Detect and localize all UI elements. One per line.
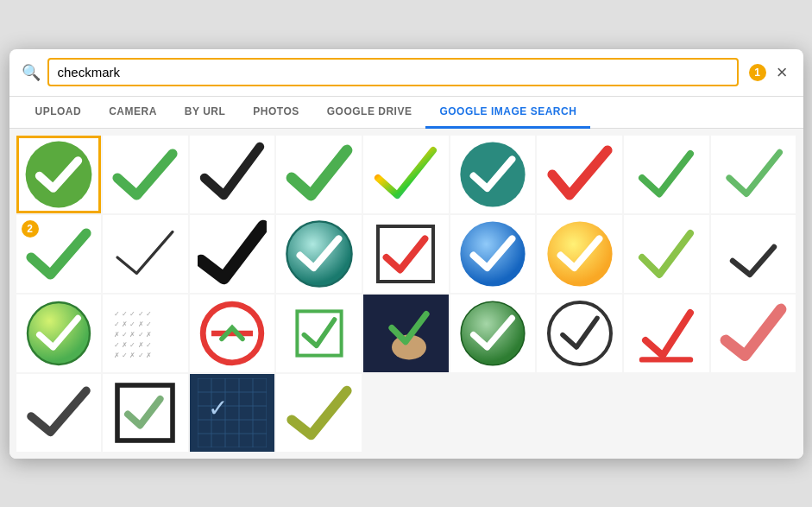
search-input[interactable]	[47, 58, 739, 86]
image-item[interactable]	[16, 136, 102, 213]
image-item[interactable]	[276, 295, 362, 372]
image-item[interactable]	[711, 136, 796, 213]
svg-point-4	[461, 221, 526, 286]
search-bar: 🔍 1 ×	[9, 49, 803, 97]
image-item[interactable]	[450, 215, 536, 293]
svg-text:✗ ✓ ✗ ✓ ✗: ✗ ✓ ✗ ✓ ✗	[114, 331, 152, 339]
image-item[interactable]	[450, 136, 536, 213]
image-item[interactable]	[363, 295, 449, 372]
image-item[interactable]	[711, 215, 796, 293]
tab-googleimagesearch[interactable]: GOOGLE IMAGE SEARCH	[425, 97, 590, 129]
search-badge: 1	[749, 64, 766, 81]
svg-point-1	[461, 142, 526, 206]
image-item[interactable]: ✓	[190, 374, 275, 452]
image-item[interactable]	[537, 215, 622, 293]
svg-text:✗ ✓ ✗ ✓ ✗: ✗ ✓ ✗ ✓ ✗	[114, 352, 152, 359]
image-item[interactable]	[537, 136, 622, 213]
svg-point-2	[286, 221, 351, 286]
svg-text:✓ ✓ ✓ ✓ ✓: ✓ ✓ ✓ ✓ ✓	[114, 310, 152, 318]
modal: 🔍 1 × UPLOAD CAMERA BY URL PHOTOS GOOGLE…	[9, 49, 803, 459]
image-item[interactable]	[624, 295, 709, 372]
svg-text:✓: ✓	[208, 395, 228, 421]
image-item[interactable]	[276, 374, 362, 452]
image-item[interactable]	[190, 215, 275, 293]
image-item[interactable]	[450, 295, 536, 372]
svg-text:✓ ✗ ✓ ✗ ✓: ✓ ✗ ✓ ✗ ✓	[114, 341, 152, 349]
tab-googledrive[interactable]: GOOGLE DRIVE	[313, 97, 426, 129]
image-item[interactable]	[537, 295, 622, 372]
tab-camera[interactable]: CAMERA	[95, 97, 171, 129]
image-item[interactable]	[363, 215, 449, 293]
image-item[interactable]	[16, 295, 102, 372]
image-item[interactable]	[103, 374, 188, 452]
image-item[interactable]	[276, 136, 362, 213]
search-icon: 🔍	[22, 63, 41, 82]
image-item[interactable]	[276, 215, 362, 293]
image-item[interactable]	[711, 295, 796, 372]
image-item[interactable]	[190, 136, 275, 213]
tab-upload[interactable]: UPLOAD	[22, 97, 96, 129]
image-grid: 2	[9, 129, 803, 459]
svg-point-18	[549, 302, 611, 364]
image-item[interactable]: ✓ ✓ ✓ ✓ ✓ ✓ ✗ ✓ ✗ ✓ ✗ ✓ ✗ ✓ ✗ ✓ ✗ ✓ ✗ ✓ …	[103, 295, 188, 372]
image-item[interactable]	[103, 136, 188, 213]
image-badge-2: 2	[22, 220, 39, 238]
svg-text:✓ ✗ ✓ ✗ ✓: ✓ ✗ ✓ ✗ ✓	[114, 320, 152, 328]
image-item[interactable]	[103, 215, 188, 293]
image-item[interactable]	[624, 136, 709, 213]
image-item[interactable]	[363, 136, 449, 213]
image-item[interactable]: 2	[16, 215, 102, 293]
svg-point-17	[461, 301, 525, 365]
tab-byurl[interactable]: BY URL	[171, 97, 239, 129]
tab-photos[interactable]: PHOTOS	[239, 97, 312, 129]
image-item[interactable]	[190, 295, 275, 372]
image-item[interactable]	[624, 215, 709, 293]
svg-point-5	[547, 221, 612, 286]
close-button[interactable]: ×	[773, 58, 791, 87]
image-item[interactable]	[16, 374, 102, 452]
tabs-bar: UPLOAD CAMERA BY URL PHOTOS GOOGLE DRIVE…	[9, 97, 803, 129]
